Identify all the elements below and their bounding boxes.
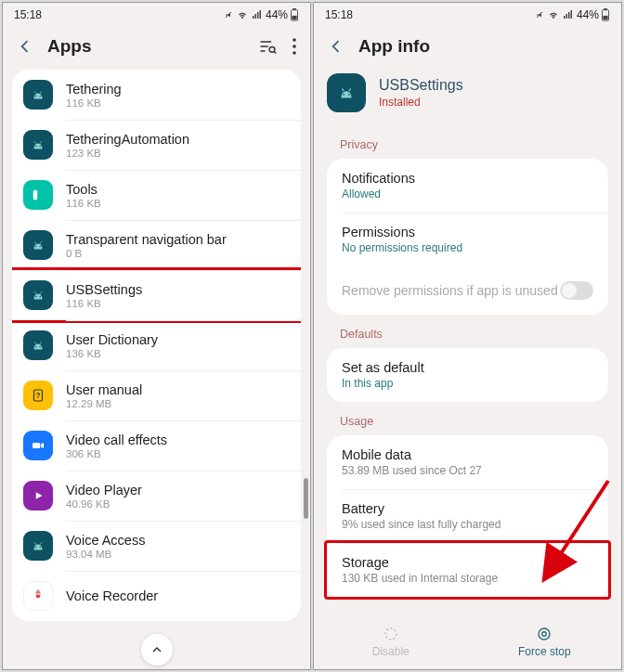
svg-rect-42: [36, 592, 41, 593]
app-row-voice-access[interactable]: Voice Access 93.04 MB: [12, 521, 301, 571]
svg-rect-4: [259, 10, 261, 19]
status-time: 15:18: [325, 8, 353, 21]
info-sub: In this app: [342, 377, 593, 390]
android-icon: [23, 130, 53, 160]
app-name: Video call effects: [66, 433, 290, 447]
status-time: 15:18: [14, 8, 42, 21]
info-sub: 53.89 MB used since Oct 27: [342, 464, 593, 477]
info-title: Battery: [342, 501, 593, 516]
app-row-video-call-effects[interactable]: Video call effects 306 KB: [12, 420, 301, 471]
toggle-switch[interactable]: [560, 281, 593, 300]
app-name: TetheringAutomation: [66, 132, 290, 147]
svg-point-23: [40, 246, 42, 248]
svg-point-8: [269, 46, 275, 52]
svg-rect-47: [566, 14, 567, 19]
disable-label: Disable: [372, 645, 410, 658]
svg-rect-1: [253, 16, 254, 19]
storage-row[interactable]: Storage 130 KB used in Internal storage: [324, 540, 611, 600]
android-icon: [23, 330, 53, 360]
app-row-usbsettings[interactable]: USBSettings 116 KB: [12, 267, 301, 323]
scroll-to-top-button[interactable]: [141, 634, 173, 666]
app-row-user-manual[interactable]: ? User manual 12.29 MB: [12, 370, 301, 420]
svg-point-18: [40, 146, 42, 148]
svg-line-24: [34, 241, 36, 243]
svg-rect-46: [564, 16, 566, 19]
force-stop-label: Force stop: [518, 645, 571, 658]
app-name: Voice Access: [66, 533, 290, 548]
more-icon[interactable]: [292, 37, 297, 56]
recorder-icon: [23, 581, 53, 611]
svg-rect-48: [568, 12, 570, 19]
app-name: Tools: [66, 182, 290, 197]
wifi-icon: [236, 9, 249, 20]
svg-line-15: [34, 91, 36, 93]
app-row-video-player[interactable]: Video Player 40.96 KB: [12, 471, 301, 521]
phone-right: 15:18 44% App info USBSettings Installed…: [313, 2, 622, 670]
back-icon[interactable]: [16, 37, 34, 56]
mobile-data-row[interactable]: Mobile data 53.89 MB used since Oct 27: [327, 435, 608, 489]
play-icon: [23, 481, 53, 510]
svg-rect-21: [33, 190, 38, 200]
search-filter-icon[interactable]: [258, 37, 277, 56]
app-name: User manual: [66, 382, 290, 397]
info-title: Permissions: [342, 225, 593, 239]
app-row-user-dictionary[interactable]: User Dictionary 136 KB: [12, 320, 301, 370]
disable-button: Disable: [314, 618, 468, 669]
status-bar: 15:18 44%: [314, 3, 621, 27]
app-name: User Dictionary: [66, 332, 290, 347]
notifications-row[interactable]: Notifications Allowed: [327, 159, 608, 213]
info-title: Mobile data: [342, 447, 593, 462]
status-bar: 15:18 44%: [3, 3, 310, 27]
battery-row[interactable]: Battery 9% used since last fully charged: [327, 489, 608, 543]
svg-line-40: [40, 542, 42, 544]
app-sub: 40.96 KB: [66, 498, 290, 510]
usage-section-label: Usage: [323, 402, 612, 435]
svg-point-38: [40, 547, 42, 549]
app-row-tools[interactable]: Tools 116 KB: [12, 170, 301, 220]
app-list-content: Tethering 116 KB TetheringAutomation 123…: [3, 70, 310, 669]
app-info-content: Privacy Notifications Allowed Permission…: [314, 125, 621, 617]
svg-point-12: [292, 51, 296, 55]
svg-rect-49: [570, 10, 572, 19]
svg-rect-51: [604, 8, 607, 10]
svg-point-31: [40, 346, 42, 348]
app-row-tethering[interactable]: Tethering 116 KB: [12, 70, 301, 120]
svg-line-25: [40, 241, 42, 243]
info-sub: 130 KB used in Internal storage: [342, 572, 593, 585]
svg-point-58: [385, 628, 396, 640]
svg-point-10: [292, 38, 296, 42]
svg-point-13: [35, 96, 37, 97]
app-row-transparent-navigation-bar[interactable]: Transparent navigation bar 0 B: [12, 220, 301, 270]
permissions-row[interactable]: Permissions No permissions required: [327, 213, 608, 266]
info-title: Storage: [342, 555, 593, 570]
svg-text:?: ?: [35, 392, 40, 400]
disable-icon: [383, 626, 399, 642]
force-stop-button[interactable]: Force stop: [468, 618, 622, 669]
back-icon[interactable]: [327, 37, 345, 56]
scrollbar[interactable]: [304, 478, 308, 519]
info-sub: 9% used since last fully charged: [342, 518, 593, 531]
video-call-icon: [23, 431, 53, 460]
svg-point-14: [40, 96, 42, 97]
svg-line-56: [349, 88, 351, 91]
svg-rect-43: [36, 593, 41, 594]
app-name: Transparent navigation bar: [66, 232, 290, 247]
usage-card: Mobile data 53.89 MB used since Oct 27 B…: [327, 435, 608, 600]
app-list-card: Tethering 116 KB TetheringAutomation 123…: [12, 70, 301, 621]
svg-line-19: [34, 141, 36, 143]
svg-point-22: [35, 246, 37, 248]
svg-line-20: [40, 141, 42, 143]
remove-permissions-toggle-row[interactable]: Remove permissions if app is unused: [327, 266, 608, 315]
wifi-icon: [547, 9, 560, 20]
header: App info: [314, 27, 621, 70]
set-as-default-row[interactable]: Set as default In this app: [327, 348, 608, 402]
app-header-status: Installed: [379, 96, 463, 109]
app-row-tetheringautomation[interactable]: TetheringAutomation 123 KB: [12, 120, 301, 170]
app-sub: 116 KB: [66, 198, 290, 209]
mute-icon: [534, 9, 545, 20]
android-icon: [23, 230, 53, 260]
manual-icon: ?: [23, 381, 53, 410]
defaults-section-label: Defaults: [323, 315, 612, 348]
header: Apps: [3, 27, 310, 70]
app-row-voice-recorder[interactable]: Voice Recorder: [12, 571, 301, 621]
